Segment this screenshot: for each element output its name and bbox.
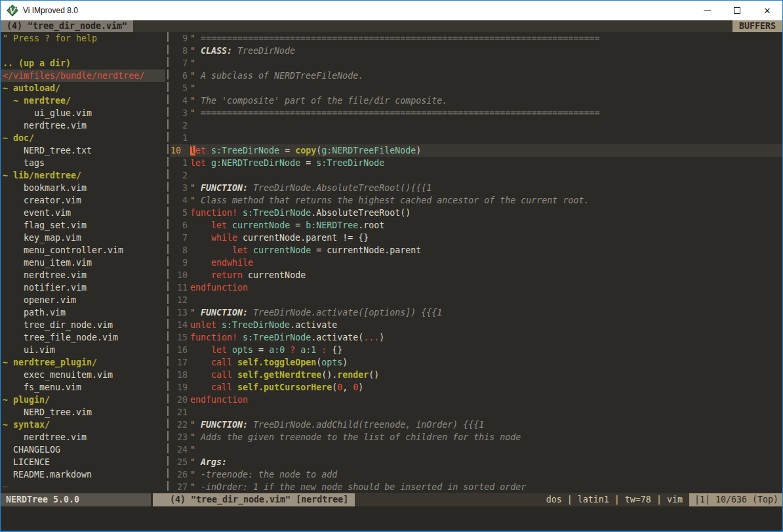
tree-item[interactable]: ~ doc/ <box>3 132 165 144</box>
line-text: function! s:TreeDirNode.AbsoluteTreeRoot… <box>190 207 782 219</box>
tree-item[interactable]: CHANGELOG <box>3 443 165 456</box>
line-number: 4 <box>171 194 188 207</box>
tree-item[interactable]: ~ nerdtree/ <box>3 94 165 107</box>
tree-item[interactable]: path.vim <box>3 306 165 319</box>
command-line[interactable] <box>1 506 782 531</box>
tree-item[interactable]: </vimfiles/bundle/nerdtree/ <box>1 70 165 82</box>
nerdtree-panel: " Press ? for help.. (up a dir)</vimfile… <box>1 32 165 493</box>
tree-item[interactable]: notifier.vim <box>3 281 165 294</box>
code-line[interactable]: 24" <box>171 443 782 456</box>
vim-window: Vi IMproved 8.0 ✕ (4) "tree_dir_node.vim… <box>0 0 783 532</box>
tree-item[interactable]: ~ lib/nerdtree/ <box>3 169 165 182</box>
tree-item[interactable]: nerdtree.vim <box>3 431 165 443</box>
tree-item[interactable]: tree_dir_node.vim <box>3 319 165 331</box>
tree-item[interactable]: tags <box>3 157 165 169</box>
code-line[interactable]: 11endfunction <box>171 281 782 294</box>
tree-item[interactable]: ~ nerdtree_plugin/ <box>3 356 165 369</box>
statusline-cursor-position: |1| 10/636 (Top) <box>689 493 782 506</box>
line-text: endwhile <box>190 256 782 269</box>
tree-item[interactable]: LICENCE <box>3 456 165 468</box>
tree-item[interactable]: .. (up a dir) <box>3 57 165 70</box>
code-line[interactable]: 5" <box>171 82 782 94</box>
code-line[interactable]: 15function! s:TreeDirNode.activate(...) <box>171 331 782 344</box>
code-line[interactable]: 19 call self.putCursorHere(0, 0) <box>171 381 782 394</box>
code-line[interactable]: 6 let currentNode = b:NERDTree.root <box>171 219 782 232</box>
tab-tree-dir-node[interactable]: (4) "tree_dir_node.vim" <box>1 20 133 32</box>
line-number: 25 <box>171 456 188 468</box>
code-line[interactable]: 6" A subclass of NERDTreeFileNode. <box>171 70 782 82</box>
line-text: " Class method that returns the highest … <box>190 194 782 207</box>
code-line[interactable]: 4" The 'composite' part of the file/dir … <box>171 94 782 107</box>
code-line[interactable]: 9 endwhile <box>171 256 782 269</box>
code-line[interactable]: 2 <box>171 169 782 182</box>
line-number: 4 <box>171 94 188 107</box>
code-line[interactable]: 2 <box>171 119 782 132</box>
code-line[interactable]: 8" CLASS: TreeDirNode <box>171 45 782 57</box>
tree-item[interactable]: event.vim <box>3 207 165 219</box>
code-line[interactable]: 20endfunction <box>171 394 782 406</box>
code-line[interactable]: 17 call self.toggleOpen(opts) <box>171 356 782 369</box>
line-number: 1 <box>171 132 188 144</box>
close-button[interactable]: ✕ <box>752 1 782 20</box>
tree-item[interactable]: exec_menuitem.vim <box>3 369 165 381</box>
code-line[interactable]: 7 while currentNode.parent != {} <box>171 232 782 244</box>
tree-item[interactable]: ~ autoload/ <box>3 82 165 94</box>
code-line[interactable]: 18 call self.getNerdtree().render() <box>171 369 782 381</box>
code-line[interactable]: 10 return currentNode <box>171 269 782 281</box>
code-line[interactable]: 25" Args: <box>171 456 782 468</box>
tree-item[interactable]: README.markdown <box>3 468 165 481</box>
code-line[interactable]: 4" Class method that returns the highest… <box>171 194 782 207</box>
code-line[interactable]: 16 let opts = a:0 ? a:1 : {} <box>171 344 782 356</box>
maximize-button[interactable] <box>722 1 752 20</box>
tree-item[interactable]: ui_glue.vim <box>3 107 165 119</box>
line-text: while currentNode.parent != {} <box>190 232 782 244</box>
line-text: call self.toggleOpen(opts) <box>190 356 782 369</box>
code-line[interactable]: 9" =====================================… <box>171 32 782 45</box>
tree-item[interactable]: key_map.vim <box>3 232 165 244</box>
code-line[interactable]: 13" FUNCTION: TreeDirNode.activate([opti… <box>171 306 782 319</box>
line-number: 12 <box>171 294 188 306</box>
tree-item[interactable]: ui.vim <box>3 344 165 356</box>
code-line-current[interactable]: 10let s:TreeDirNode = copy(g:NERDTreeFil… <box>171 144 782 157</box>
window-split-separator[interactable] <box>165 32 171 493</box>
tree-item[interactable]: nerdtree.vim <box>3 269 165 281</box>
tree-item[interactable]: fs_menu.vim <box>3 381 165 394</box>
line-number: 17 <box>171 356 188 369</box>
tree-item[interactable]: ~ syntax/ <box>3 419 165 431</box>
code-line[interactable]: 22" FUNCTION: TreeDirNode.addChild(treen… <box>171 419 782 431</box>
tree-item[interactable]: NERD_tree.txt <box>3 144 165 157</box>
line-text <box>190 119 782 132</box>
tree-item[interactable]: menu_item.vim <box>3 256 165 269</box>
line-number: 8 <box>171 244 188 256</box>
line-text: return currentNode <box>190 269 782 281</box>
tree-item[interactable]: NERD_tree.vim <box>3 406 165 419</box>
code-line[interactable]: 5function! s:TreeDirNode.AbsoluteTreeRoo… <box>171 207 782 219</box>
line-text: " ======================================… <box>190 107 782 119</box>
code-line[interactable]: 27" -inOrder: 1 if the new node should b… <box>171 481 782 493</box>
minimize-button[interactable] <box>692 1 722 20</box>
statusline-file-info: dos | latin1 | tw=78 | vim <box>546 493 689 506</box>
tree-item[interactable]: menu_controller.vim <box>3 244 165 256</box>
code-line[interactable]: 3" =====================================… <box>171 107 782 119</box>
code-line[interactable]: 23" Adds the given treenode to the list … <box>171 431 782 443</box>
code-line[interactable]: 14unlet s:TreeDirNode.activate <box>171 319 782 331</box>
code-line[interactable]: 21 <box>171 406 782 419</box>
line-text: " -treenode: the node to add <box>190 468 782 481</box>
tree-item[interactable]: creator.vim <box>3 194 165 207</box>
code-line[interactable]: 1let g:NERDTreeDirNode = s:TreeDirNode <box>171 157 782 169</box>
tree-item[interactable]: opener.vim <box>3 294 165 306</box>
tree-item[interactable]: ~ plugin/ <box>3 394 165 406</box>
code-line[interactable]: 8 let currentNode = currentNode.parent <box>171 244 782 256</box>
code-line[interactable]: 12 <box>171 294 782 306</box>
code-line[interactable]: 7" <box>171 57 782 70</box>
line-number: 27 <box>171 481 188 493</box>
tree-item[interactable]: nerdtree.vim <box>3 119 165 132</box>
tree-item[interactable]: " Press ? for help <box>3 32 165 45</box>
code-line[interactable]: 1 <box>171 132 782 144</box>
code-line[interactable]: 3" FUNCTION: TreeDirNode.AbsoluteTreeRoo… <box>171 182 782 194</box>
tree-item[interactable]: flag_set.vim <box>3 219 165 232</box>
code-line[interactable]: 26" -treenode: the node to add <box>171 468 782 481</box>
window-title: Vi IMproved 8.0 <box>23 6 78 15</box>
tree-item[interactable]: bookmark.vim <box>3 182 165 194</box>
tree-item[interactable]: tree_file_node.vim <box>3 331 165 344</box>
